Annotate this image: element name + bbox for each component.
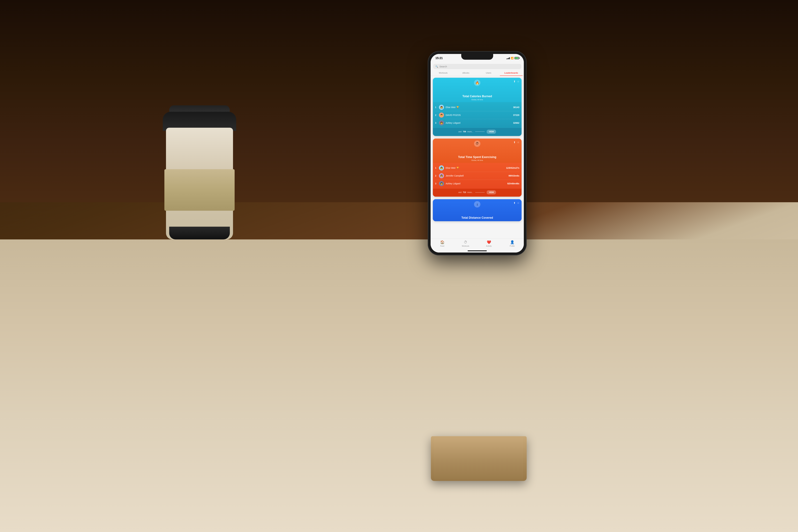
phone-screen: 15:21 📶 🔍 Search — [431, 54, 524, 252]
tab-ebooks[interactable]: eBooks — [455, 70, 477, 76]
tab-users[interactable]: Users — [477, 70, 500, 76]
profile-icon: 👤 — [510, 240, 514, 244]
user-score-jennifer-campbell: 99h53m6s — [509, 174, 519, 177]
status-icons: 📶 — [507, 57, 519, 59]
user-score-elise-weir-2: 123h52m27s — [506, 167, 519, 169]
leaderboard-scroll[interactable]: 🔥 ⬆ ☆ Total Calories Burned Global, All … — [431, 76, 524, 250]
distance-icon: ↕ — [474, 201, 480, 208]
battery-icon — [515, 57, 519, 59]
card-calories-header: 🔥 ⬆ ☆ Total Calories Burned Global, All … — [433, 78, 521, 102]
bottom-tab-profile[interactable]: 👤 Profile — [500, 240, 524, 247]
coffee-cup-body — [166, 128, 233, 240]
footer-more-1: more... — [467, 131, 473, 133]
coffee-cup — [144, 64, 255, 240]
time-subtitle: Global, All time — [435, 159, 519, 161]
home-icon: 🏠 — [440, 240, 444, 244]
workouts-icon: ⏱ — [464, 240, 467, 244]
bottom-tab-workouts[interactable]: ⏱ Workouts — [454, 240, 477, 247]
footer-count-2: 713 — [463, 191, 466, 193]
bottom-tab-feed[interactable]: 🏠 Feed — [431, 240, 454, 247]
avatar-elise-weir: 👩 — [439, 105, 444, 110]
tab-leaderboards[interactable]: Leaderboards — [500, 70, 522, 76]
app-content: 🔍 Search Workouts eBooks Users Leaderboa… — [431, 62, 524, 252]
leaderboard-row: 1 👩 Elise Weir 🏆 38143 — [435, 103, 519, 111]
footer-dots-1 — [475, 131, 485, 132]
footer-and-1: and — [458, 131, 461, 133]
star-button-time[interactable]: ☆ — [517, 141, 519, 144]
profile-tab-label: Profile — [510, 245, 515, 247]
nav-tabs: Workouts eBooks Users Leaderboards — [431, 70, 524, 76]
signal-bar-1 — [507, 59, 507, 59]
user-score-ashley-lidgard-1: 32662 — [513, 121, 519, 124]
leaderboard-row: 2 👨 DAVID POZOS 37220 — [435, 111, 519, 119]
bottom-tab-activity[interactable]: ❤️ Activity — [477, 240, 500, 247]
avatar-ashley-lidgard-1: 🧑 — [439, 120, 444, 126]
user-score-elise-weir: 38143 — [513, 106, 519, 109]
footer-more-2: more... — [467, 191, 473, 193]
card-time-footer: and 713 more... VIEW — [433, 189, 521, 197]
user-name-ashley-lidgard-2: Ashley Lidgard — [445, 182, 507, 185]
tab-workouts[interactable]: Workouts — [432, 70, 455, 76]
footer-count-1: 709 — [463, 131, 466, 133]
signal-bar-4 — [509, 57, 510, 59]
home-indicator — [468, 250, 487, 251]
rank-3: 3 — [435, 121, 439, 124]
rank-1: 1 — [435, 106, 439, 109]
search-icon: 🔍 — [435, 65, 438, 68]
leaderboard-card-time: ⏱ ⬆ ☆ Total Time Spent Exercising Global… — [433, 138, 521, 197]
phone-notch — [461, 54, 493, 60]
user-score-david-pozos: 37220 — [513, 114, 519, 116]
avatar-ashley-lidgard-2: 🧑 — [439, 181, 444, 186]
workouts-tab-label: Workouts — [462, 245, 469, 247]
bg-table — [0, 240, 798, 532]
signal-bar-2 — [507, 58, 508, 59]
user-name-elise-weir-2: Elise Weir 🏆 — [445, 167, 506, 169]
background — [0, 0, 798, 532]
star-button-distance[interactable]: ☆ — [517, 202, 519, 205]
card-distance-actions: ⬆ ☆ — [513, 202, 519, 205]
signal-bar-3 — [508, 58, 509, 59]
phone-device: 15:21 📶 🔍 Search — [428, 51, 527, 255]
rank-t3: 3 — [435, 182, 439, 185]
share-button-calories[interactable]: ⬆ — [513, 80, 515, 83]
signal-bars-icon — [507, 57, 510, 59]
user-name-david-pozos: DAVID POZOS — [445, 114, 513, 116]
card-calories-footer: and 709 more... VIEW — [433, 128, 521, 136]
coffee-cup-sleeve — [165, 169, 234, 211]
card-distance-header: ↕ ⬆ ☆ Total Distance Covered — [433, 199, 521, 221]
calories-subtitle: Global, All time — [435, 99, 519, 100]
avatar-david-pozos: 👨 — [439, 113, 444, 118]
coffee-cup-bottom-ring — [169, 227, 230, 240]
activity-icon: ❤️ — [487, 240, 491, 244]
calories-title: Total Calories Burned — [435, 95, 519, 98]
bottom-tab-bar: 🏠 Feed ⏱ Workouts ❤️ Activity 👤 Profile — [431, 239, 524, 252]
search-bar[interactable]: 🔍 Search — [431, 62, 524, 70]
user-score-ashley-lidgard-2: 92h48m48s — [507, 182, 519, 185]
view-button-calories[interactable]: VIEW — [487, 130, 496, 134]
share-button-distance[interactable]: ⬆ — [513, 202, 515, 205]
avatar-jennifer-campbell: 👩 — [439, 173, 444, 178]
leaderboard-card-calories: 🔥 ⬆ ☆ Total Calories Burned Global, All … — [433, 78, 521, 136]
star-button-calories[interactable]: ☆ — [517, 80, 519, 83]
search-input-wrapper[interactable]: 🔍 Search — [433, 64, 521, 69]
user-name-ashley-lidgard-1: Ashley Lidgard — [445, 121, 513, 124]
leaderboard-row: 3 🧑 Ashley Lidgard 32662 — [435, 119, 519, 127]
card-calories-actions: ⬆ ☆ — [513, 80, 519, 83]
leaderboard-row: 2 👩 Jennifer Campbell 99h53m6s — [435, 172, 519, 180]
time-title: Total Time Spent Exercising — [435, 155, 519, 159]
footer-and-2: and — [458, 191, 461, 193]
leaderboard-card-distance: ↕ ⬆ ☆ Total Distance Covered — [433, 199, 521, 221]
rank-t2: 2 — [435, 174, 439, 177]
feed-tab-label: Feed — [440, 245, 444, 247]
user-name-elise-weir: Elise Weir 🏆 — [445, 106, 513, 109]
leaderboard-row: 1 👩 Elise Weir 🏆 123h52m27s — [435, 164, 519, 172]
view-button-time[interactable]: VIEW — [487, 190, 496, 194]
phone-stand — [431, 436, 527, 481]
user-name-jennifer-campbell: Jennifer Campbell — [445, 174, 509, 177]
distance-title: Total Distance Covered — [435, 216, 519, 220]
rank-t1: 1 — [435, 167, 439, 169]
footer-dots-2 — [475, 192, 485, 193]
activity-tab-label: Activity — [486, 245, 492, 247]
share-button-time[interactable]: ⬆ — [513, 141, 515, 144]
card-time-body: 1 👩 Elise Weir 🏆 123h52m27s 2 👩 — [433, 163, 521, 189]
